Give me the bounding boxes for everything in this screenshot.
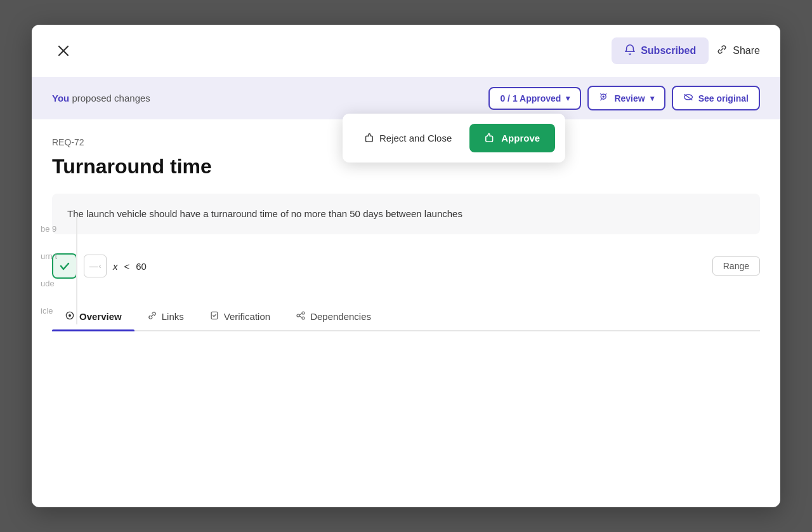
subscribed-button[interactable]: Subscribed: [612, 37, 709, 64]
range-row: — ‹ x < 60 Range: [52, 247, 760, 285]
svg-line-14: [299, 314, 302, 315]
sidebar-item-4: icle: [32, 297, 77, 324]
thumbup-icon: [485, 131, 496, 145]
sidebar-item-3: ude: [32, 270, 77, 297]
tab-overview-label: Overview: [79, 311, 122, 322]
reject-label: Reject and Close: [379, 133, 452, 143]
bell-icon: [624, 44, 636, 58]
svg-point-3: [603, 96, 605, 98]
sidebar-item-1: be 9: [32, 215, 77, 243]
reject-button[interactable]: Reject and Close: [353, 125, 462, 151]
approve-button[interactable]: Approve: [469, 124, 555, 152]
svg-line-15: [299, 316, 302, 317]
tab-links-label: Links: [162, 311, 184, 322]
top-bar: Subscribed Share: [32, 25, 780, 77]
tab-verification[interactable]: Verification: [197, 303, 283, 330]
review-icon: [599, 92, 609, 104]
tab-dependencies[interactable]: Dependencies: [283, 303, 384, 330]
range-min: — ‹: [84, 255, 107, 277]
range-value: 60: [136, 261, 147, 272]
approve-label: Approve: [501, 133, 540, 143]
approved-label: 0 / 1 Approved: [500, 93, 561, 103]
range-label: Range: [712, 256, 760, 276]
share-label: Share: [733, 45, 760, 57]
tab-links[interactable]: Links: [134, 303, 197, 330]
see-original-icon: [683, 92, 693, 104]
you-text: You: [52, 93, 69, 103]
svg-line-5: [606, 93, 607, 95]
links-icon: [147, 310, 157, 323]
svg-point-12: [302, 312, 304, 314]
approved-button[interactable]: 0 / 1 Approved ▾: [488, 87, 581, 110]
tab-dependencies-label: Dependencies: [310, 311, 371, 322]
link-icon: [716, 44, 728, 58]
svg-point-11: [297, 314, 299, 317]
sidebar-item-2: urn t: [32, 243, 77, 270]
tab-verification-label: Verification: [224, 311, 270, 322]
top-actions: Subscribed Share: [612, 37, 760, 64]
close-button[interactable]: [52, 39, 75, 62]
svg-point-13: [302, 317, 304, 319]
proposed-text: proposed changes: [69, 93, 150, 103]
thumbdown-icon: [363, 131, 374, 145]
range-variable: x: [113, 261, 118, 272]
review-dropdown: Reject and Close Approve: [343, 114, 565, 163]
proposal-actions: 0 / 1 Approved ▾ Review ▾: [488, 86, 760, 110]
see-original-button[interactable]: See original: [672, 86, 760, 110]
verification-icon: [209, 310, 219, 323]
dependencies-icon: [296, 310, 306, 323]
review-button[interactable]: Review ▾: [587, 86, 665, 110]
review-label: Review: [614, 93, 645, 103]
proposal-banner: You proposed changes 0 / 1 Approved ▾ Re: [32, 77, 780, 119]
chevron-down-icon: ▾: [566, 94, 570, 103]
share-button[interactable]: Share: [716, 44, 760, 58]
review-chevron-icon: ▾: [650, 94, 654, 103]
range-less-than: <: [124, 261, 130, 272]
svg-line-4: [601, 93, 602, 95]
tabs-row: Overview Links: [52, 303, 760, 331]
req-description: The launch vehicle should have a turnaro…: [52, 194, 760, 234]
main-content: REQ-72 Turnaround time The launch vehicl…: [32, 119, 780, 507]
subscribed-label: Subscribed: [641, 45, 696, 57]
main-window: Subscribed Share You proposed changes 0 …: [32, 25, 780, 507]
see-original-label: See original: [698, 93, 749, 103]
left-sidebar: be 9 urn t ude icle: [32, 215, 77, 324]
proposal-text: You proposed changes: [52, 93, 150, 103]
